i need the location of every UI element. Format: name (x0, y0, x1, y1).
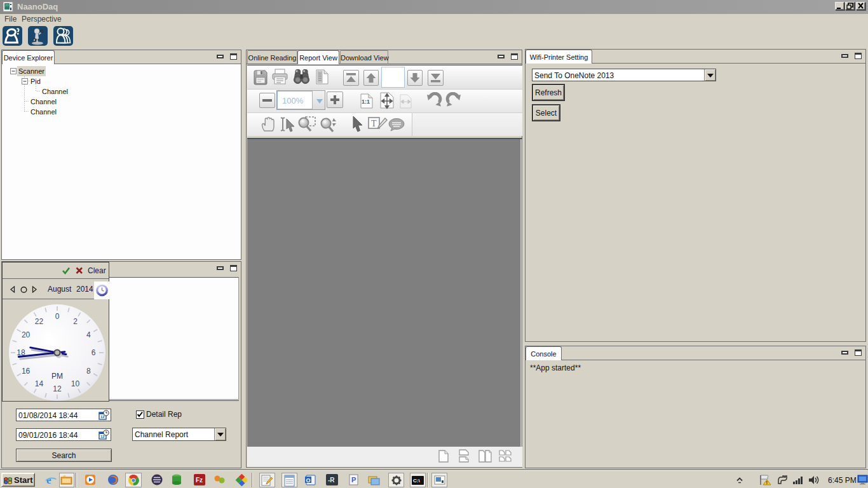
svg-text:1:1: 1:1 (362, 98, 370, 105)
svg-text:16: 16 (22, 367, 31, 376)
svg-text:Channel: Channel (31, 98, 57, 105)
svg-text:6: 6 (92, 348, 96, 357)
svg-text:20: 20 (22, 330, 31, 339)
svg-text:Fz: Fz (196, 477, 203, 484)
svg-text:2: 2 (73, 317, 78, 326)
svg-text:8: 8 (86, 367, 91, 376)
svg-text:T: T (371, 119, 377, 128)
svg-text:Pid: Pid (31, 78, 41, 85)
svg-text:Scanner: Scanner (18, 67, 44, 75)
svg-text:!: ! (766, 480, 768, 485)
svg-text:P: P (351, 476, 356, 484)
svg-text:12: 12 (100, 435, 105, 438)
svg-text:10: 10 (71, 379, 80, 388)
svg-text:-R: -R (328, 477, 335, 484)
svg-text:O: O (306, 477, 311, 484)
svg-text:4: 4 (86, 330, 91, 339)
svg-text:PM: PM (51, 372, 63, 381)
svg-text:C:\: C:\ (413, 478, 420, 484)
svg-text:0: 0 (55, 312, 60, 321)
svg-text:12: 12 (53, 384, 62, 393)
svg-text:22: 22 (35, 317, 44, 326)
svg-text:Channel: Channel (31, 108, 57, 116)
svg-text:14: 14 (35, 379, 44, 388)
svg-text:Channel: Channel (42, 88, 68, 95)
svg-text:12: 12 (100, 415, 105, 419)
